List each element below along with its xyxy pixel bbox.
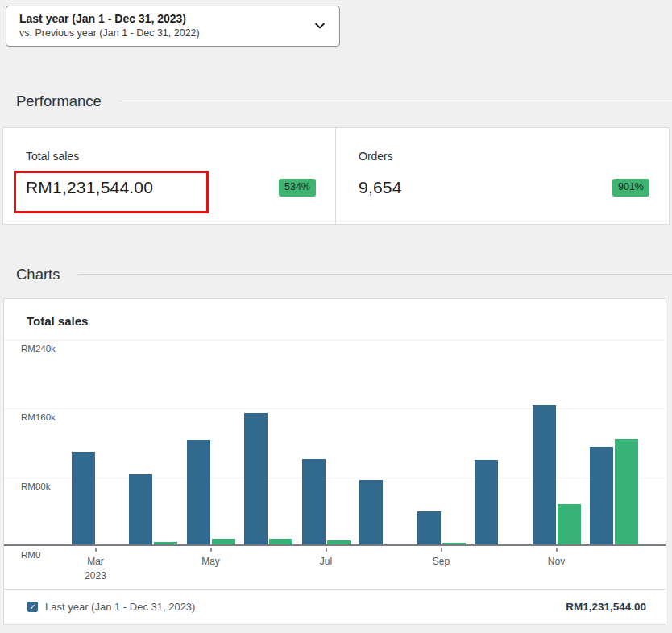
total-sales-chart-card: Total sales RM240kRM160kRM80kRM0Mar2023M…	[3, 298, 666, 625]
charts-section-header: Charts	[16, 266, 672, 283]
performance-summary-row: Total sales RM1,231,544.00 534% Orders 9…	[2, 127, 670, 225]
bar-apr-s1	[154, 542, 177, 544]
legend-checkbox[interactable]: ✓	[27, 602, 38, 612]
bar-chart: RM240kRM160kRM80kRM0Mar2023MayJulSepNov	[4, 340, 666, 589]
bar-may-s1	[212, 539, 235, 544]
bar-jun-s0	[244, 413, 268, 544]
orders-change-badge: 901%	[612, 179, 649, 197]
x-axis-tick	[556, 548, 558, 552]
orders-card[interactable]: Orders 9,654 901%	[336, 128, 669, 224]
y-axis-label: RM240k	[21, 344, 56, 354]
date-range-secondary: vs. Previous year (Jan 1 - Dec 31, 2022)	[19, 27, 200, 40]
date-range-text: Last year (Jan 1 - Dec 31, 2023) vs. Pre…	[19, 11, 200, 40]
bar-dec-s0	[590, 447, 613, 544]
bar-nov-s0	[533, 405, 556, 544]
y-axis-label: RM80k	[21, 482, 50, 491]
bar-sep-s0	[417, 511, 441, 544]
x-axis-label: Sep	[433, 554, 450, 569]
bar-mar-2023-s0	[72, 452, 95, 544]
bar-apr-s0	[129, 474, 152, 544]
date-range-picker[interactable]: Last year (Jan 1 - Dec 31, 2023) vs. Pre…	[6, 6, 340, 47]
y-axis-label: RM160k	[21, 412, 56, 422]
bar-nov-s1	[558, 504, 581, 544]
legend-series-label: Last year (Jan 1 - Dec 31, 2023)	[45, 601, 195, 613]
section-divider	[78, 274, 672, 275]
chart-plot-area	[4, 340, 666, 546]
total-sales-value: RM1,231,544.00	[26, 178, 153, 197]
x-axis-tick	[210, 548, 212, 552]
legend-series-total: RM1,231,544.00	[566, 601, 646, 613]
chevron-down-icon	[313, 19, 326, 32]
bar-jul-s1	[327, 540, 351, 544]
x-axis-label: Jul	[320, 554, 332, 569]
gridline	[4, 478, 666, 478]
total-sales-change-badge: 534%	[279, 179, 316, 197]
charts-section-title: Charts	[16, 266, 60, 283]
section-divider	[119, 101, 672, 101]
orders-label: Orders	[359, 150, 649, 163]
gridline	[4, 340, 666, 341]
x-axis-tick	[326, 548, 327, 552]
total-sales-card[interactable]: Total sales RM1,231,544.00 534%	[3, 128, 336, 224]
chart-legend-row[interactable]: ✓ Last year (Jan 1 - Dec 31, 2023) RM1,2…	[4, 589, 666, 624]
x-axis-label: Nov	[548, 554, 565, 569]
x-axis-label: Mar2023	[85, 554, 106, 584]
performance-section-title: Performance	[16, 93, 102, 110]
bar-may-s0	[187, 440, 210, 544]
chart-title: Total sales	[4, 299, 666, 340]
x-axis-tick	[441, 548, 442, 552]
gridline	[4, 408, 666, 409]
performance-section-header: Performance	[16, 93, 672, 110]
x-axis-label: May	[201, 554, 220, 569]
total-sales-label: Total sales	[26, 150, 316, 163]
bar-oct-s0	[475, 460, 498, 544]
bar-aug-s0	[359, 480, 383, 544]
orders-value: 9,654	[359, 178, 402, 197]
bar-dec-s1	[615, 439, 638, 544]
date-range-primary: Last year (Jan 1 - Dec 31, 2023)	[19, 11, 200, 27]
y-axis-label: RM0	[21, 550, 40, 560]
x-axis-tick	[95, 548, 97, 552]
bar-jul-s0	[302, 459, 326, 544]
bar-jun-s1	[269, 539, 292, 544]
bar-sep-s1	[442, 543, 466, 544]
